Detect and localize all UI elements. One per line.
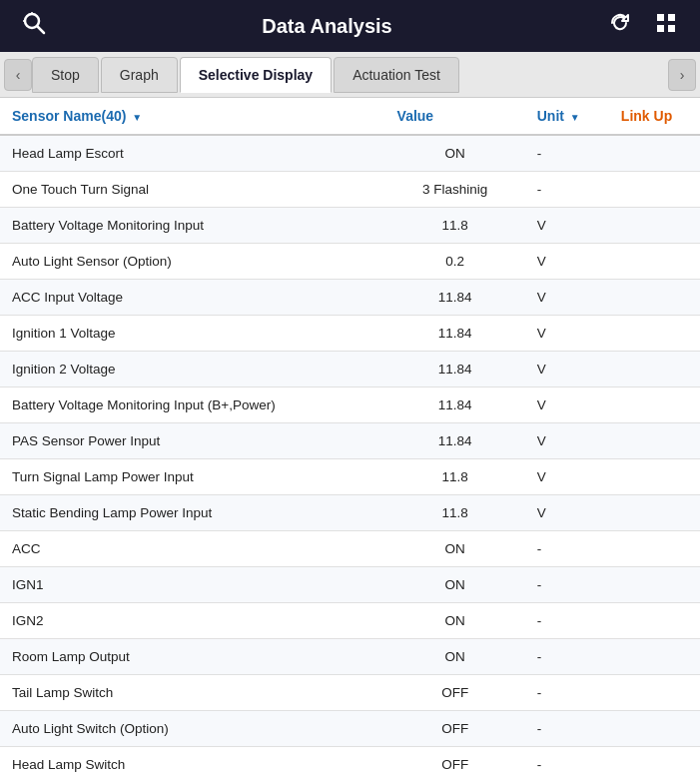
cell-value: 3 Flashinig: [385, 172, 525, 208]
cell-value: 11.8: [385, 459, 525, 495]
cell-value: OFF: [385, 747, 525, 773]
cell-value: 0.2: [385, 244, 525, 280]
tab-actuation-test[interactable]: Actuation Test: [334, 57, 459, 93]
cell-unit: -: [525, 172, 609, 208]
svg-rect-6: [657, 25, 664, 32]
cell-value: 11.84: [385, 387, 525, 423]
cell-sensor-name: Head Lamp Switch: [0, 747, 385, 773]
cell-unit: -: [525, 135, 609, 172]
table-row: Static Bending Lamp Power Input11.8V: [0, 495, 700, 531]
data-table: Sensor Name(40) ▼ Value Unit ▼ Link Up: [0, 98, 700, 772]
cell-sensor-name: Turn Signal Lamp Power Input: [0, 459, 385, 495]
sort-arrow-unit: ▼: [570, 112, 580, 123]
cell-sensor-name: One Touch Turn Signal: [0, 172, 385, 208]
cell-value: OFF: [385, 675, 525, 711]
cell-value: 11.84: [385, 423, 525, 459]
cell-value: ON: [385, 603, 525, 639]
cell-linkup: [609, 675, 700, 711]
column-header-linkup[interactable]: Link Up: [609, 98, 700, 135]
cell-sensor-name: Battery Voltage Monitoring Input: [0, 208, 385, 244]
cell-linkup: [609, 352, 700, 387]
cell-linkup: [609, 747, 700, 773]
cell-linkup: [609, 531, 700, 567]
cell-linkup: [609, 459, 700, 495]
tab-selective-display[interactable]: Selective Display: [180, 57, 332, 93]
table-row: Ignition 2 Voltage11.84V: [0, 352, 700, 387]
cell-linkup: [609, 387, 700, 423]
cell-unit: V: [525, 208, 609, 244]
cell-unit: V: [525, 352, 609, 387]
cell-sensor-name: Auto Light Switch (Option): [0, 711, 385, 747]
table-row: Ignition 1 Voltage11.84V: [0, 316, 700, 352]
cell-linkup: [609, 135, 700, 172]
cell-value: ON: [385, 567, 525, 603]
cell-linkup: [609, 244, 700, 280]
svg-rect-5: [668, 14, 675, 21]
cell-sensor-name: IGN2: [0, 603, 385, 639]
tab-bar: ‹ Stop Graph Selective Display Actuation…: [0, 52, 700, 98]
cell-sensor-name: ACC Input Voltage: [0, 280, 385, 316]
cell-sensor-name: Battery Voltage Monitoring Input (B+,Pow…: [0, 387, 385, 423]
cell-unit: V: [525, 423, 609, 459]
cell-sensor-name: Head Lamp Escort: [0, 135, 385, 172]
cell-unit: V: [525, 280, 609, 316]
cell-linkup: [609, 208, 700, 244]
tab-scroll-left[interactable]: ‹: [4, 59, 32, 91]
search-icon[interactable]: [16, 10, 52, 42]
header: Data Analysis: [0, 0, 700, 52]
table-row: Head Lamp SwitchOFF-: [0, 747, 700, 773]
app-container: Data Analysis ‹ Stop: [0, 0, 700, 772]
table-body: Head Lamp EscortON-One Touch Turn Signal…: [0, 135, 700, 772]
cell-sensor-name: Auto Light Sensor (Option): [0, 244, 385, 280]
cell-unit: -: [525, 531, 609, 567]
table-row: Auto Light Switch (Option)OFF-: [0, 711, 700, 747]
page-title: Data Analysis: [52, 15, 602, 38]
cell-linkup: [609, 280, 700, 316]
tab-scroll-right[interactable]: ›: [668, 59, 696, 91]
cell-linkup: [609, 316, 700, 352]
column-header-unit[interactable]: Unit ▼: [525, 98, 609, 135]
cell-value: 11.84: [385, 352, 525, 387]
svg-rect-7: [668, 25, 675, 32]
cell-unit: -: [525, 747, 609, 773]
cell-linkup: [609, 423, 700, 459]
refresh-icon[interactable]: [602, 11, 638, 41]
cell-sensor-name: Static Bending Lamp Power Input: [0, 495, 385, 531]
cell-value: 11.84: [385, 280, 525, 316]
cell-linkup: [609, 495, 700, 531]
table-row: IGN2ON-: [0, 603, 700, 639]
table-header-row: Sensor Name(40) ▼ Value Unit ▼ Link Up: [0, 98, 700, 135]
column-header-sensor[interactable]: Sensor Name(40) ▼: [0, 98, 385, 135]
cell-unit: V: [525, 495, 609, 531]
cell-linkup: [609, 711, 700, 747]
cell-value: 11.8: [385, 495, 525, 531]
cell-unit: V: [525, 459, 609, 495]
table-row: ACCON-: [0, 531, 700, 567]
cell-value: 11.8: [385, 208, 525, 244]
column-header-value[interactable]: Value: [385, 98, 525, 135]
table-row: Room Lamp OutputON-: [0, 639, 700, 675]
cell-sensor-name: PAS Sensor Power Input: [0, 423, 385, 459]
tab-stop[interactable]: Stop: [32, 57, 99, 93]
tab-graph[interactable]: Graph: [101, 57, 178, 93]
cell-linkup: [609, 567, 700, 603]
cell-linkup: [609, 603, 700, 639]
tabs-wrapper: Stop Graph Selective Display Actuation T…: [32, 52, 668, 97]
sort-arrow-sensor: ▼: [132, 112, 142, 123]
cell-value: 11.84: [385, 316, 525, 352]
grid-icon[interactable]: [648, 11, 684, 41]
cell-unit: -: [525, 639, 609, 675]
table-row: PAS Sensor Power Input11.84V: [0, 423, 700, 459]
cell-value: ON: [385, 639, 525, 675]
cell-sensor-name: IGN1: [0, 567, 385, 603]
table-row: ACC Input Voltage11.84V: [0, 280, 700, 316]
cell-sensor-name: Tail Lamp Switch: [0, 675, 385, 711]
svg-rect-4: [657, 14, 664, 21]
cell-unit: -: [525, 567, 609, 603]
cell-sensor-name: ACC: [0, 531, 385, 567]
table-row: Turn Signal Lamp Power Input11.8V: [0, 459, 700, 495]
cell-unit: -: [525, 675, 609, 711]
table-area: Sensor Name(40) ▼ Value Unit ▼ Link Up: [0, 98, 700, 772]
table-row: Battery Voltage Monitoring Input (B+,Pow…: [0, 387, 700, 423]
cell-unit: V: [525, 316, 609, 352]
